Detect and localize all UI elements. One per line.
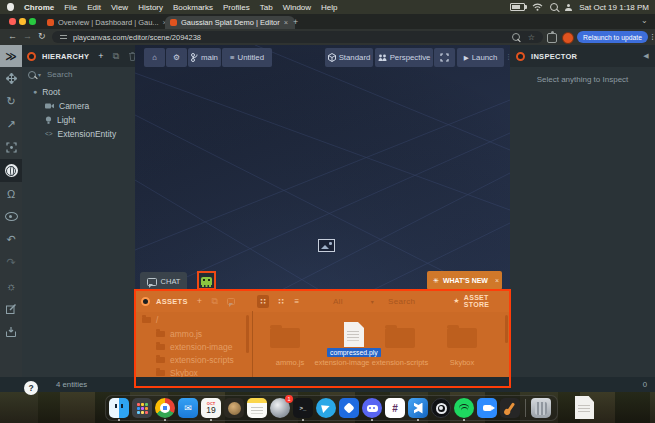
tool-visibility-button[interactable] xyxy=(0,205,22,228)
menu-item-edit[interactable]: Edit xyxy=(87,3,101,12)
back-button[interactable]: ← xyxy=(8,31,17,41)
wifi-icon[interactable] xyxy=(532,3,543,11)
tree-item-extensionentity[interactable]: <> ExtensionEntity xyxy=(45,127,116,140)
tool-scale-button[interactable]: ↗ xyxy=(0,113,22,136)
dock-mail-icon[interactable]: ✉ xyxy=(178,398,198,418)
asset-tree-extension-scripts[interactable]: extension-scripts xyxy=(156,354,234,366)
chat-button[interactable]: CHAT xyxy=(140,272,187,291)
relaunch-to-update-button[interactable]: Relaunch to update xyxy=(577,31,648,43)
view-large-grid-button[interactable]: ∷ xyxy=(257,295,269,308)
asset-folder-skybox[interactable] xyxy=(447,328,477,348)
window-close-button[interactable] xyxy=(9,18,16,25)
site-settings-icon[interactable] xyxy=(60,34,67,41)
add-asset-button[interactable]: + xyxy=(197,296,203,306)
tab-overview-dashboard[interactable]: Overview | Dashboard | Gau... × xyxy=(42,16,170,30)
help-button[interactable]: ? xyxy=(24,381,38,395)
tree-item-camera[interactable]: Camera xyxy=(45,99,89,112)
menu-item-help[interactable]: Help xyxy=(321,3,337,12)
dock-discord-icon[interactable] xyxy=(362,398,382,418)
undo-button[interactable]: ↶ xyxy=(0,228,22,251)
asset-tree-root[interactable]: / xyxy=(142,314,158,326)
browser-menu-dots-icon[interactable]: ⋮ xyxy=(649,33,655,41)
menu-item-tab[interactable]: Tab xyxy=(260,3,273,12)
duplicate-entity-button[interactable]: ⧉ xyxy=(113,51,120,62)
tool-frame-button[interactable] xyxy=(0,136,22,159)
launch-button[interactable]: ▶ Launch xyxy=(457,48,504,67)
menu-item-history[interactable]: History xyxy=(138,3,163,12)
asset-folder-label[interactable]: extension-scripts xyxy=(365,358,435,367)
tool-rotate-button[interactable]: ↻ xyxy=(0,90,22,113)
menu-item-bookmarks[interactable]: Bookmarks xyxy=(173,3,213,12)
apple-icon[interactable] xyxy=(7,3,14,11)
asset-folder-ammo[interactable] xyxy=(270,328,300,348)
fullscreen-button[interactable] xyxy=(434,48,455,67)
home-button[interactable]: ⌂ xyxy=(144,48,165,67)
tree-item-light[interactable]: Light xyxy=(45,113,75,126)
tool-snap-button[interactable]: Ω xyxy=(0,182,22,205)
hierarchy-search[interactable]: ▾ Search xyxy=(22,67,135,82)
playcanvas-logo[interactable]: ≫ xyxy=(0,45,22,67)
profile-avatar[interactable] xyxy=(562,32,574,44)
dock-blue-app-icon[interactable] xyxy=(339,398,359,418)
dock-telegram-icon[interactable] xyxy=(316,398,336,418)
url-text[interactable]: playcanvas.com/editor/scene/2094238 xyxy=(73,33,201,42)
search-caret-icon[interactable]: ▾ xyxy=(38,71,41,78)
extensions-icon[interactable] xyxy=(547,33,557,43)
dock-calendar-icon[interactable]: OCT 19 xyxy=(201,398,221,418)
asset-folder-extension-scripts[interactable] xyxy=(385,328,415,348)
tab-close-icon[interactable]: × xyxy=(284,18,288,27)
duplicate-asset-button[interactable]: ⧉ xyxy=(211,296,218,307)
battery-icon[interactable] xyxy=(510,3,525,11)
window-minimize-button[interactable] xyxy=(19,18,26,25)
tree-scrollbar[interactable] xyxy=(246,315,249,353)
add-entity-button[interactable]: + xyxy=(98,51,104,61)
code-editor-button[interactable] xyxy=(0,297,22,320)
asset-tree-extension-image[interactable]: extension-image xyxy=(156,341,232,353)
menu-item-view[interactable]: View xyxy=(111,3,128,12)
menu-item-file[interactable]: File xyxy=(64,3,77,12)
dock-terminal-icon[interactable]: >_ xyxy=(293,398,313,418)
asset-folder-label[interactable]: Skybox xyxy=(427,358,497,367)
asset-filter-dropdown[interactable]: All xyxy=(333,297,343,306)
tab-gaussian-splat-editor[interactable]: Gaussian Splat Demo | Editor × xyxy=(165,16,295,30)
view-list-button[interactable]: ≡ xyxy=(293,297,301,306)
dock-trash-icon[interactable] xyxy=(531,398,551,418)
dragged-file-icon[interactable] xyxy=(344,322,364,347)
desktop-file-icon[interactable] xyxy=(575,396,594,419)
new-tab-button[interactable]: + xyxy=(293,17,298,27)
dock-launchpad-icon[interactable] xyxy=(132,398,152,418)
spotlight-search-icon[interactable] xyxy=(550,3,558,11)
camera-projection-selector[interactable]: Perspective xyxy=(375,48,433,67)
user-avatar-tile[interactable] xyxy=(197,271,216,290)
dock-spotify-icon[interactable] xyxy=(454,398,474,418)
render-mode-selector[interactable]: Standard xyxy=(325,48,373,67)
scene-selector[interactable]: ≡ Untitled xyxy=(222,48,272,67)
tool-translate-button[interactable] xyxy=(0,67,22,90)
menu-item-chrome[interactable]: Chrome xyxy=(24,3,54,12)
user-switch-icon[interactable] xyxy=(565,4,572,11)
tree-item-root[interactable]: ● Root xyxy=(33,85,60,98)
grid-scrollbar[interactable] xyxy=(505,315,508,343)
bookmark-star-icon[interactable]: ☆ xyxy=(528,33,535,42)
branch-selector[interactable]: main xyxy=(188,48,221,67)
filter-caret-icon[interactable]: ▾ xyxy=(371,298,374,305)
asset-tree-ammo[interactable]: ammo.js xyxy=(156,328,202,340)
menu-bar-clock[interactable]: Sat Oct 19 1:18 PM xyxy=(579,3,649,12)
asset-search-input[interactable]: Search xyxy=(388,297,415,306)
whats-new-close-icon[interactable]: × xyxy=(495,277,499,284)
selected-file-label[interactable]: compressed.ply xyxy=(327,348,381,357)
menu-item-profiles[interactable]: Profiles xyxy=(223,3,250,12)
dock-obs-icon[interactable] xyxy=(431,398,451,418)
dock-vscode-icon[interactable] xyxy=(408,398,428,418)
dock-slack-icon[interactable]: # xyxy=(385,398,405,418)
forward-button[interactable]: → xyxy=(23,31,32,41)
reload-button[interactable]: ↻ xyxy=(38,31,46,41)
publish-download-button[interactable] xyxy=(0,320,22,343)
tool-world-space-button[interactable] xyxy=(0,159,22,182)
bake-lighting-button[interactable]: ☼ xyxy=(0,274,22,297)
whats-new-badge[interactable]: ✳ WHAT'S NEW × xyxy=(427,271,502,290)
settings-button[interactable]: ⚙ xyxy=(166,48,187,67)
dock-notes-icon[interactable] xyxy=(247,398,267,418)
menu-item-window[interactable]: Window xyxy=(283,3,311,12)
dock-photos-app-icon[interactable] xyxy=(224,398,244,418)
